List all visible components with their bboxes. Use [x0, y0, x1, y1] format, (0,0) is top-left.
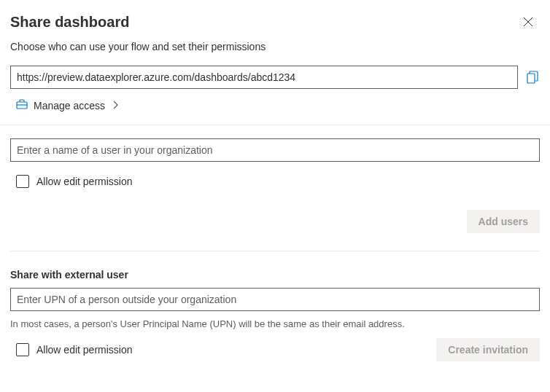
share-url-input[interactable]	[10, 66, 518, 89]
external-user-section: Share with external user In most cases, …	[10, 269, 540, 361]
internal-allow-edit-checkbox[interactable]	[16, 175, 29, 188]
internal-allow-edit-label: Allow edit permission	[36, 176, 133, 187]
copy-icon	[527, 71, 538, 84]
svg-rect-0	[527, 74, 535, 83]
internal-allow-edit-row: Allow edit permission	[16, 175, 540, 188]
external-allow-edit-checkbox[interactable]	[16, 343, 29, 356]
external-button-row: Create invitation	[436, 338, 540, 361]
briefcase-icon	[16, 99, 28, 111]
chevron-right-icon	[112, 100, 118, 111]
divider	[10, 251, 540, 251]
share-dashboard-panel: Share dashboard Choose who can use your …	[0, 0, 550, 361]
manage-access-label: Manage access	[34, 100, 105, 111]
create-invitation-button[interactable]: Create invitation	[436, 338, 540, 361]
url-row	[10, 66, 540, 89]
external-helper-text: In most cases, a person's User Principal…	[10, 318, 540, 329]
add-users-button[interactable]: Add users	[467, 210, 540, 233]
page-title: Share dashboard	[10, 14, 129, 31]
internal-user-section: Allow edit permission Add users	[10, 125, 540, 233]
manage-access-link[interactable]: Manage access	[16, 99, 540, 111]
internal-user-input[interactable]	[10, 138, 540, 162]
external-section-title: Share with external user	[10, 269, 540, 281]
close-icon	[523, 17, 533, 27]
copy-url-button[interactable]	[525, 70, 540, 85]
external-bottom-row: Allow edit permission Create invitation	[10, 338, 540, 361]
header-row: Share dashboard	[10, 10, 540, 34]
external-allow-edit-row: Allow edit permission	[16, 343, 436, 356]
external-allow-edit-label: Allow edit permission	[36, 344, 133, 356]
close-button[interactable]	[516, 10, 540, 34]
subtitle: Choose who can use your flow and set the…	[10, 41, 540, 52]
internal-button-row: Add users	[10, 210, 540, 233]
external-upn-input[interactable]	[10, 288, 540, 311]
